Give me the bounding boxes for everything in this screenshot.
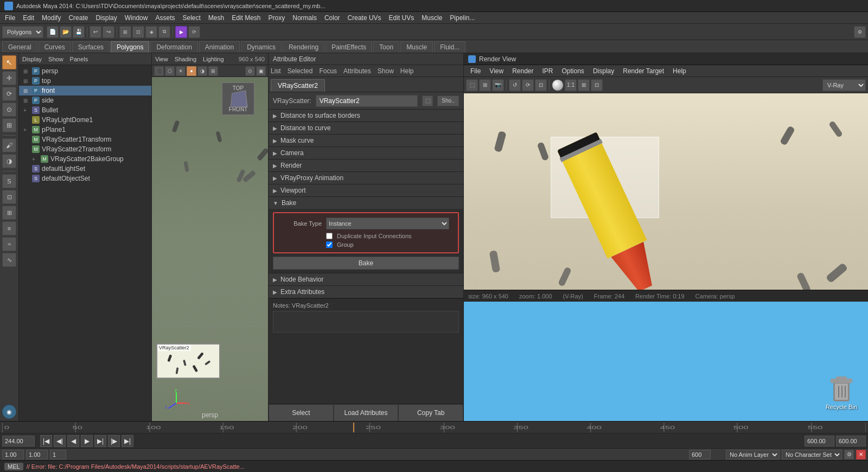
vp-grid-btn[interactable]: ⊞	[208, 66, 218, 76]
section-extra-attrs-header[interactable]: ▶ Extra Attributes	[269, 286, 463, 298]
char-set-close-btn[interactable]: ✕	[856, 450, 866, 460]
render-btn-camera[interactable]: 📷	[492, 79, 504, 91]
soft-btn[interactable]: S	[2, 174, 16, 188]
render-menu-help[interactable]: Help	[668, 67, 691, 75]
viewport-shading-menu[interactable]: Shading	[175, 56, 196, 62]
tab-surfaces[interactable]: Surfaces	[72, 41, 110, 53]
toolbar-render2-btn[interactable]: ⟳	[188, 26, 200, 38]
tab-curves[interactable]: Curves	[39, 41, 71, 53]
tab-fluid[interactable]: Fluid...	[434, 41, 465, 53]
node-tab-active[interactable]: VRayScatter2	[271, 79, 325, 92]
tab-painteffects[interactable]: PaintEffects	[326, 41, 372, 53]
select-tool-btn[interactable]: ↖	[2, 55, 16, 69]
toolbar-undo-btn[interactable]: ↩	[90, 26, 101, 38]
render-menu-target[interactable]: Render Target	[618, 67, 668, 75]
toolbar-save-btn[interactable]: 💾	[73, 26, 85, 38]
rotate-tool-btn[interactable]: ⊙	[2, 103, 16, 117]
viewport-view-menu[interactable]: View	[155, 56, 168, 62]
copy-tab-button[interactable]: Copy Tab	[398, 404, 463, 421]
node-copy-btn[interactable]: ⬚	[422, 95, 433, 106]
render-menu-render[interactable]: Render	[508, 67, 538, 75]
smooth-tool-btn[interactable]: ◑	[2, 154, 16, 168]
section-vrayproxy-header[interactable]: ▶ VRayProxy Animation	[269, 172, 463, 184]
toolbar-render-btn[interactable]: ▶	[175, 26, 187, 38]
tab-dynamics[interactable]: Dynamics	[241, 41, 282, 53]
tree-item-vrays1[interactable]: M VRayScatter1Transform	[19, 135, 151, 144]
anim-layer-dropdown[interactable]: No Anim Layer	[726, 450, 780, 460]
paint-tool-btn[interactable]: 🖌	[2, 138, 16, 152]
toolbar-snap3-btn[interactable]: ◈	[145, 26, 157, 38]
tree-item-pplane[interactable]: + M pPlane1	[19, 125, 151, 135]
outliner-show-menu[interactable]: Show	[48, 56, 63, 62]
workspace-dropdown[interactable]: Polygons	[2, 26, 43, 38]
vp-snap-btn[interactable]: ⊙	[245, 66, 255, 76]
recycle-bin[interactable]: Recycle Bin	[826, 377, 857, 410]
renderer-dropdown[interactable]: V-Ray Maya Software	[822, 79, 866, 91]
vp-camera-btn[interactable]: 🎥	[154, 66, 164, 76]
toolbar-snap1-btn[interactable]: ⊞	[119, 26, 131, 38]
tree-item-top[interactable]: ⊞ P top	[19, 76, 151, 86]
section-camera-header[interactable]: ▶ Camera	[269, 147, 463, 159]
menu-pipeline[interactable]: Pipelin...	[446, 12, 478, 24]
prev-key-btn[interactable]: ◀|	[54, 435, 66, 447]
render-menu-options[interactable]: Options	[558, 67, 589, 75]
tree-item-vrays2bake[interactable]: + M VRayScatter2BakeGroup	[19, 154, 151, 164]
select-button[interactable]: Select	[269, 404, 334, 421]
tool-btn-9[interactable]: ⊡	[2, 190, 16, 204]
anim-start-input[interactable]	[2, 450, 24, 460]
tree-item-persp[interactable]: ⊞ P persp	[19, 66, 151, 76]
tree-item-defaultlightset[interactable]: S defaultLightSet	[19, 164, 151, 174]
range-end-input[interactable]	[836, 436, 866, 447]
tab-muscle[interactable]: Muscle	[400, 41, 433, 53]
menu-window[interactable]: Window	[121, 12, 152, 24]
load-attributes-button[interactable]: Load Attributes	[334, 404, 399, 421]
tree-item-vrays2[interactable]: M VRayScatter2Transform	[19, 144, 151, 154]
tab-polygons[interactable]: Polygons	[111, 41, 149, 53]
tab-general[interactable]: General	[2, 41, 37, 53]
toolbar-snap2-btn[interactable]: ⊡	[132, 26, 144, 38]
menu-edit[interactable]: Edit	[19, 12, 38, 24]
bake-type-dropdown[interactable]: Instance Copy	[326, 218, 449, 229]
tree-item-side[interactable]: ⊞ P side	[19, 95, 151, 105]
attr-tab-selected[interactable]: Selected	[288, 67, 313, 75]
render-btn-1[interactable]: ⬚	[466, 79, 478, 91]
anim-range-end-input[interactable]	[689, 450, 711, 460]
section-bake-header[interactable]: ▼ Bake	[269, 197, 463, 209]
bake-duplicate-checkbox[interactable]	[326, 233, 333, 239]
menu-color[interactable]: Color	[321, 12, 344, 24]
tree-item-defaultobjectset[interactable]: S defaultObjectSet	[19, 174, 151, 183]
menu-create[interactable]: Create	[65, 12, 92, 24]
vp-light-btn[interactable]: ☀	[176, 66, 186, 76]
attr-tab-help[interactable]: Help	[400, 67, 414, 75]
render-btn-9[interactable]: ⊞	[578, 79, 590, 91]
render-menu-file[interactable]: File	[466, 67, 485, 75]
vp-wireframe-btn[interactable]: ⬡	[165, 66, 175, 76]
vp-marquee-btn[interactable]: ▣	[256, 66, 266, 76]
menu-normals[interactable]: Normals	[289, 12, 321, 24]
menu-create-uvs[interactable]: Create UVs	[344, 12, 385, 24]
tree-item-bullet[interactable]: + S Bullet	[19, 105, 151, 115]
section-render-header[interactable]: ▶ Render	[269, 160, 463, 171]
next-key-btn[interactable]: |▶	[108, 435, 120, 447]
next-frame-btn[interactable]: ▶|	[94, 435, 106, 447]
vp-color-btn[interactable]: ●	[187, 66, 196, 76]
render-menu-ipr[interactable]: IPR	[538, 67, 558, 75]
toolbar-open-btn[interactable]: 📂	[60, 26, 72, 38]
render-btn-4[interactable]: ↺	[509, 79, 521, 91]
menu-edit-mesh[interactable]: Edit Mesh	[228, 12, 264, 24]
menu-file[interactable]: File	[1, 12, 19, 24]
section-viewport-header[interactable]: ▶ Viewport	[269, 184, 463, 196]
menu-proxy[interactable]: Proxy	[265, 12, 289, 24]
menu-select[interactable]: Select	[178, 12, 204, 24]
go-end-btn[interactable]: ▶|	[122, 435, 133, 447]
tool-btn-10[interactable]: ⊞	[2, 206, 16, 220]
attr-tab-show[interactable]: Show	[378, 67, 394, 75]
render-color-btn[interactable]	[552, 79, 564, 91]
lasso-tool-btn[interactable]: ⟳	[2, 87, 16, 101]
character-set-dropdown[interactable]: No Character Set	[782, 450, 842, 460]
range-start-input[interactable]	[805, 436, 834, 447]
render-btn-2[interactable]: ⊞	[479, 79, 491, 91]
tab-deformation[interactable]: Deformation	[150, 41, 197, 53]
scale-tool-btn[interactable]: ⊞	[2, 118, 16, 132]
toolbar-end-btn[interactable]: ⚙	[854, 26, 866, 38]
